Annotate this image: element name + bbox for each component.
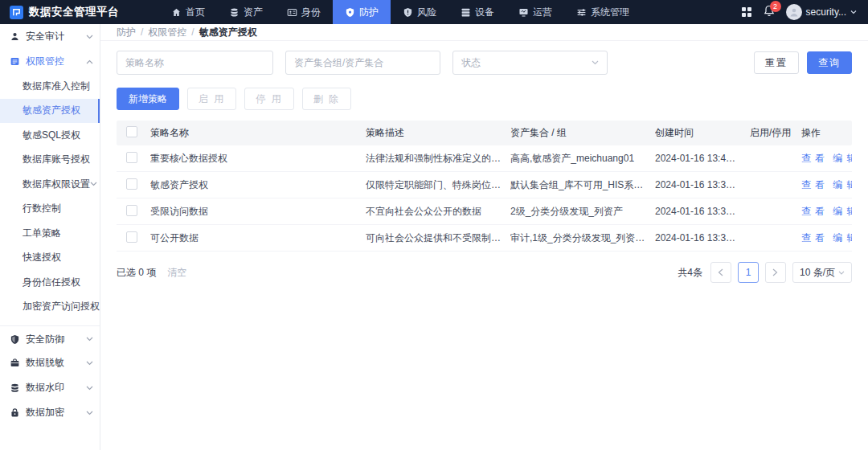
sidebar: 安全审计权限管控数据库准入控制敏感资产授权敏感SQL授权数据库账号授权数据库权限… <box>0 24 100 450</box>
protect-icon <box>345 7 355 18</box>
sidebar-item-5[interactable]: 数据库权限设置 <box>0 172 100 197</box>
edit-link[interactable]: 编 辑 <box>833 178 852 192</box>
row-checkbox[interactable] <box>126 205 137 216</box>
prev-page-button[interactable] <box>710 262 731 283</box>
cell-policy-name: 敏感资产授权 <box>150 178 366 192</box>
encryption-icon <box>10 407 20 418</box>
next-page-button[interactable] <box>765 262 786 283</box>
clear-selection-link[interactable]: 清空 <box>167 266 186 280</box>
disable-button[interactable]: 停 用 <box>244 88 293 110</box>
audit-icon <box>10 31 20 42</box>
filter-bar: 状态 重置 查询 <box>117 51 852 75</box>
row-checkbox[interactable] <box>126 178 137 190</box>
nav-item-8[interactable]: 系统管理 <box>564 0 641 24</box>
view-link[interactable]: 查 看 <box>801 178 825 192</box>
breadcrumb-item-2[interactable]: 权限管控 <box>148 26 186 39</box>
select-all-checkbox[interactable] <box>126 126 137 137</box>
sidebar-group-4[interactable]: 数据脱敏 <box>0 350 100 375</box>
nav-item-2[interactable]: 资产 <box>217 0 275 24</box>
delete-button[interactable]: 删 除 <box>302 88 351 110</box>
sidebar-group-label: 数据加密 <box>26 406 64 419</box>
sidebar-item-4[interactable]: 数据库账号授权 <box>0 148 100 173</box>
page-number-button[interactable]: 1 <box>738 262 759 283</box>
sidebar-item-label: 敏感SQL授权 <box>23 129 80 142</box>
sidebar-item-2[interactable]: 敏感资产授权 <box>0 99 100 124</box>
status-select[interactable]: 状态 <box>452 51 608 75</box>
cell-policy-desc: 仅限特定职能部门、特殊岗位/层级政府职... <box>366 178 510 192</box>
page-size-select[interactable]: 10 条/页 <box>792 262 852 283</box>
user-menu[interactable]: security... <box>786 4 857 20</box>
row-checkbox[interactable] <box>126 152 137 163</box>
table-row: 重要核心数据授权法律法规和强制性标准定义的重要数据高高,敏感资产_meichua… <box>117 145 852 172</box>
chevron-down-icon <box>838 271 845 275</box>
breadcrumb-item-1[interactable]: 防护 <box>117 26 136 39</box>
asset-set-input[interactable] <box>285 51 440 75</box>
sidebar-item-8[interactable]: 快速授权 <box>0 246 100 271</box>
nav-item-7[interactable]: 运营 <box>506 0 564 24</box>
chevron-down-icon <box>86 361 93 366</box>
chevron-up-icon <box>86 59 93 64</box>
sidebar-item-label: 数据库权限设置 <box>23 178 90 191</box>
sidebar-group-3[interactable]: 安全防御 <box>0 325 100 350</box>
page-body: 安全审计权限管控数据库准入控制敏感资产授权敏感SQL授权数据库账号授权数据库权限… <box>0 24 868 450</box>
sidebar-item-7[interactable]: 工单策略 <box>0 221 100 246</box>
edit-link[interactable]: 编 辑 <box>833 152 852 166</box>
sidebar-group-label: 安全防御 <box>26 333 64 346</box>
notifications-button[interactable]: 2 <box>764 5 775 19</box>
nav-item-1[interactable]: 首页 <box>159 0 217 24</box>
view-link[interactable]: 查 看 <box>801 231 825 245</box>
defense-icon <box>10 334 20 345</box>
breadcrumb-separator: / <box>141 27 143 38</box>
sidebar-item-label: 工单策略 <box>23 227 61 240</box>
edit-link[interactable]: 编 辑 <box>833 231 852 245</box>
table-row: 受限访问数据不宜向社会公众公开的数据2级_分类分级发现_列资产2024-01-1… <box>117 198 852 225</box>
watermark-icon <box>10 382 20 393</box>
sidebar-group-6[interactable]: 数据加密 <box>0 400 100 425</box>
action-toolbar: 新增策略 启 用 停 用 删 除 <box>117 88 852 110</box>
cell-created-time: 2024-01-16 13:34:26 <box>655 232 750 243</box>
nav-item-5[interactable]: 风险 <box>391 0 448 24</box>
sidebar-group-2[interactable]: 权限管控 <box>0 49 100 74</box>
cell-policy-desc: 可向社会公众提供和不受限制使用的数据 <box>366 231 510 245</box>
query-button[interactable]: 查询 <box>807 51 852 74</box>
policy-name-input[interactable] <box>117 51 273 75</box>
cell-created-time: 2024-01-16 13:35:43 <box>655 206 750 217</box>
row-checkbox[interactable] <box>126 231 137 243</box>
nav-item-6[interactable]: 设备 <box>448 0 506 24</box>
sidebar-group-label: 数据水印 <box>26 381 64 395</box>
assets-icon <box>229 7 240 18</box>
notification-badge: 2 <box>770 1 781 12</box>
reset-button[interactable]: 重置 <box>754 51 799 74</box>
edit-link[interactable]: 编 辑 <box>833 205 852 219</box>
sidebar-item-label: 快速授权 <box>23 251 61 264</box>
nav-item-label: 运营 <box>533 6 552 19</box>
col-asset-set: 资产集合 / 组 <box>510 126 655 140</box>
nav-item-3[interactable]: 身份 <box>275 0 333 24</box>
sidebar-item-6[interactable]: 行数控制 <box>0 197 100 222</box>
col-toggle: 启用/停用 <box>750 126 801 140</box>
nav-item-4[interactable]: 防护 <box>333 0 391 24</box>
cell-asset-set: 高高,敏感资产_meichuang01 <box>510 152 655 166</box>
sidebar-item-10[interactable]: 加密资产访问授权 <box>0 295 100 320</box>
sidebar-group-5[interactable]: 数据水印 <box>0 375 100 400</box>
sidebar-group-label: 权限管控 <box>26 55 64 68</box>
apps-grid-icon[interactable] <box>741 6 752 18</box>
view-link[interactable]: 查 看 <box>801 205 825 219</box>
cell-policy-name: 可公开数据 <box>150 231 366 245</box>
cell-policy-desc: 不宜向社会公众公开的数据 <box>366 205 510 219</box>
sidebar-item-3[interactable]: 敏感SQL授权 <box>0 123 100 148</box>
permission-icon <box>10 56 20 67</box>
sidebar-item-label: 敏感资产授权 <box>23 104 80 117</box>
view-link[interactable]: 查 看 <box>801 152 825 166</box>
sidebar-item-9[interactable]: 身份信任授权 <box>0 270 100 295</box>
sidebar-item-label: 数据库账号授权 <box>23 153 90 166</box>
sidebar-item-1[interactable]: 数据库准入控制 <box>0 74 100 99</box>
page-size-value: 10 条/页 <box>800 266 835 280</box>
add-policy-button[interactable]: 新增策略 <box>117 88 179 110</box>
device-icon <box>461 7 471 18</box>
enable-button[interactable]: 启 用 <box>187 88 236 110</box>
cell-created-time: 2024-01-16 13:39:00 <box>655 179 750 190</box>
sidebar-group-1[interactable]: 安全审计 <box>0 24 100 49</box>
sidebar-group-label: 安全审计 <box>26 30 64 43</box>
selected-count: 已选 0 项 <box>117 266 156 280</box>
